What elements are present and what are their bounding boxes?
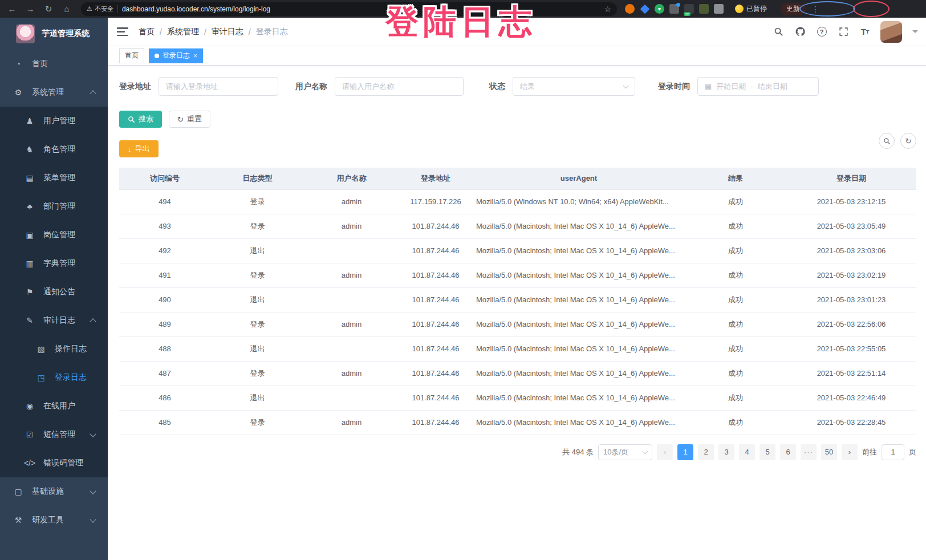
sidebar-item-label: 岗位管理 [43, 230, 75, 240]
tab-home[interactable]: 首页 [119, 48, 144, 63]
paused-profile-pill[interactable]: 已暂停 [733, 3, 773, 15]
breadcrumb-item[interactable]: 系统管理 [167, 27, 199, 37]
breadcrumb-separator: / [160, 27, 162, 36]
bookmark-star-icon[interactable]: ☆ [604, 5, 611, 14]
page-button-5[interactable]: 5 [760, 444, 775, 460]
font-size-icon[interactable]: TT [859, 26, 871, 38]
column-header-id: 访问编号 [119, 168, 210, 189]
page-button-6[interactable]: 6 [780, 444, 796, 460]
time-filter-label: 登录时间 [658, 82, 690, 92]
sidebar-item-post-management[interactable]: ▣岗位管理 [0, 221, 108, 249]
address-bar[interactable]: ⚠不安全 dashboard.yudao.iocoder.cn/system/l… [81, 2, 617, 16]
cell-ua: Mozilla/5.0 (Macintosh; Intel Mac OS X 1… [473, 214, 685, 238]
date-range-picker[interactable]: ▦ 开始日期 - 结束日期 [697, 77, 819, 96]
page-size-select[interactable]: 10条/页 [598, 444, 652, 460]
page-button-1[interactable]: 1 [677, 444, 693, 460]
sidebar-item-home[interactable]: ◔首页 [0, 50, 108, 78]
forward-icon[interactable]: → [23, 2, 38, 16]
sidebar-item-login-log[interactable]: ◳登录日志 [0, 363, 108, 392]
goto-label: 前往 [862, 447, 877, 457]
user-avatar[interactable] [880, 21, 902, 43]
status-filter-select[interactable]: 结果 [513, 77, 635, 96]
username-filter-input[interactable]: 请输入用户名称 [335, 77, 464, 96]
browser-menu-icon[interactable]: ⋮ [811, 5, 819, 14]
reload-icon[interactable]: ↻ [41, 2, 56, 16]
table-row: 485登录admin101.87.244.46Mozilla/5.0 (Maci… [119, 410, 916, 435]
sidebar-item-role-management[interactable]: ♞角色管理 [0, 135, 108, 164]
fullscreen-icon[interactable] [837, 26, 850, 38]
search-button[interactable]: 搜索 [119, 111, 162, 128]
page-button-4[interactable]: 4 [739, 444, 755, 460]
export-button[interactable]: ↓ 导出 [119, 140, 159, 157]
next-page-button[interactable]: › [842, 444, 858, 460]
cell-ua: Mozilla/5.0 (Macintosh; Intel Mac OS X 1… [473, 238, 685, 263]
tag-tabs-bar: 首页 登录日志 × [108, 46, 926, 66]
address-filter-input[interactable]: 请输入登录地址 [159, 77, 278, 96]
cell-ua: Mozilla/5.0 (Macintosh; Intel Mac OS X 1… [473, 263, 685, 287]
extension-icon[interactable] [640, 4, 649, 14]
reset-button[interactable]: ↻ 重置 [169, 111, 210, 128]
dashboard-icon: ◔ [11, 59, 25, 68]
status-filter-label: 状态 [489, 82, 505, 92]
announcement-icon: ⚑ [23, 287, 36, 297]
cell-date: 2021-05-03 22:55:05 [786, 336, 916, 361]
table-row: 491登录admin101.87.244.46Mozilla/5.0 (Maci… [119, 263, 916, 287]
home-icon[interactable]: ⌂ [59, 2, 74, 16]
cell-id: 485 [119, 410, 210, 435]
sidebar-item-error-code-management[interactable]: </>错误码管理 [0, 449, 108, 477]
toggle-search-button[interactable] [879, 133, 895, 149]
extension-icon[interactable] [625, 4, 635, 14]
github-icon[interactable] [794, 26, 806, 38]
sidebar-logo[interactable]: 芋道管理系统 [0, 18, 108, 50]
help-icon[interactable]: ? [815, 26, 828, 38]
collapse-menu-icon[interactable] [117, 27, 128, 36]
search-icon[interactable] [772, 26, 785, 38]
cell-type: 登录 [210, 361, 304, 385]
breadcrumb-item[interactable]: 首页 [139, 27, 155, 37]
sidebar-item-online-users[interactable]: ◉在线用户 [0, 392, 108, 420]
breadcrumb-item[interactable]: 登录日志 [256, 27, 288, 37]
sidebar-item-system-management[interactable]: ⚙系统管理 [0, 78, 108, 107]
sidebar-item-menu-management[interactable]: ▤菜单管理 [0, 164, 108, 192]
login-log-icon: ◳ [34, 373, 48, 382]
back-icon[interactable]: ← [5, 2, 19, 16]
sidebar-item-dev-tools[interactable]: ⚒研发工具 [0, 506, 108, 534]
extension-icon[interactable] [699, 4, 709, 14]
sidebar-item-infrastructure[interactable]: ▢基础设施 [0, 477, 108, 506]
page-button-3[interactable]: 3 [718, 444, 734, 460]
cell-result: 成功 [685, 287, 786, 312]
sidebar-item-notice[interactable]: ⚑通知公告 [0, 278, 108, 306]
extensions-puzzle-icon[interactable] [714, 4, 724, 14]
extension-icon[interactable] [684, 4, 694, 14]
sidebar-item-audit-log[interactable]: ✎审计日志 [0, 306, 108, 335]
refresh-table-button[interactable]: ↻ [900, 133, 916, 149]
browser-update-button[interactable]: 更新 [781, 3, 806, 15]
cell-user: admin [304, 189, 399, 214]
cell-result: 成功 [685, 214, 786, 238]
more-pages-button[interactable]: ··· [801, 444, 817, 460]
sidebar-item-operation-log[interactable]: ▧操作日志 [0, 335, 108, 363]
tab-login-log[interactable]: 登录日志 × [149, 48, 203, 63]
sidebar-item-dict-management[interactable]: ▥字典管理 [0, 249, 108, 278]
table-row: 493登录admin101.87.244.46Mozilla/5.0 (Maci… [119, 214, 916, 238]
table-header-row: 访问编号日志类型用户名称登录地址userAgent结果登录日期 [119, 168, 916, 189]
chevron-down-icon [90, 431, 96, 437]
close-icon[interactable]: × [193, 52, 197, 60]
sidebar-item-user-management[interactable]: ♟用户管理 [0, 107, 108, 135]
cell-user [304, 336, 399, 361]
goto-page-input[interactable] [882, 444, 904, 460]
not-secure-warning[interactable]: ⚠不安全 [87, 5, 113, 13]
page-button-2[interactable]: 2 [698, 444, 714, 460]
cell-ua: Mozilla/5.0 (Macintosh; Intel Mac OS X 1… [473, 410, 685, 435]
url-text[interactable]: dashboard.yudao.iocoder.cn/system/log/lo… [122, 5, 270, 13]
cell-result: 成功 [685, 361, 786, 385]
dictionary-icon: ▥ [23, 259, 36, 268]
sidebar-item-dept-management[interactable]: ♣部门管理 [0, 192, 108, 221]
extension-icon[interactable]: ♥ [655, 4, 664, 14]
extension-icon[interactable] [669, 4, 679, 14]
chevron-down-icon[interactable] [912, 30, 918, 33]
breadcrumb-item[interactable]: 审计日志 [212, 27, 243, 37]
page-button-50[interactable]: 50 [821, 444, 837, 460]
prev-page-button[interactable]: ‹ [657, 444, 673, 460]
sidebar-item-sms-management[interactable]: ☑短信管理 [0, 420, 108, 449]
